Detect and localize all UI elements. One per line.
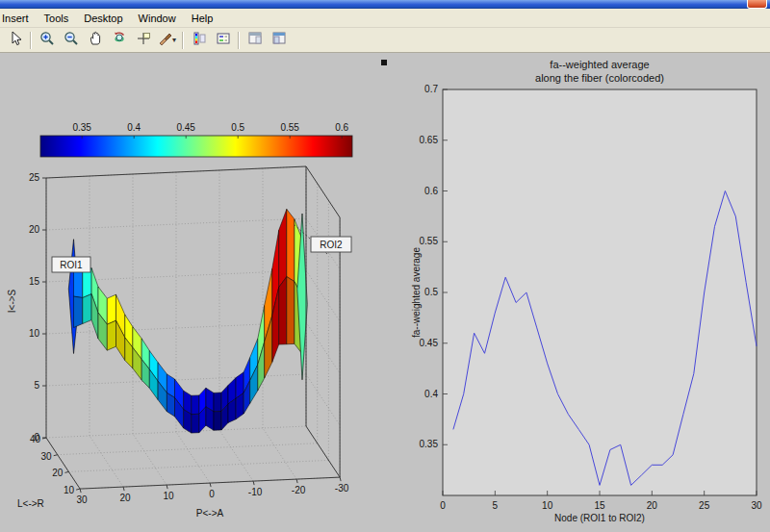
- y-tick-label: 0.7: [424, 84, 438, 94]
- chart-title-line1: fa--weighted average: [550, 59, 649, 70]
- brush-data-button[interactable]: ▾: [155, 29, 179, 51]
- axis-edge: [253, 481, 254, 485]
- x-tick-label: 10: [164, 491, 175, 501]
- y-tick-label: 20: [52, 468, 64, 478]
- axis-label-pa: P<->A: [196, 508, 224, 519]
- surface-facet: [279, 277, 287, 345]
- x-tick-label: 25: [699, 500, 710, 511]
- surface-facet: [214, 412, 221, 431]
- z-tick-label: 15: [29, 276, 40, 287]
- axis-label-is: I<->S: [7, 289, 17, 313]
- y-tick-label: 0.45: [420, 338, 439, 348]
- z-tick-label: 5: [34, 380, 39, 391]
- window-titlebar[interactable]: [0, 0, 770, 9]
- y-tick-label: 0.55: [420, 236, 439, 246]
- colorbar[interactable]: [40, 136, 352, 157]
- grid-line: [90, 436, 123, 487]
- insert-legend-button[interactable]: [211, 29, 235, 51]
- grid-line: [306, 322, 340, 373]
- x-tick-label: 30: [77, 494, 89, 505]
- y-tick-label: 0.65: [420, 135, 439, 145]
- axes-2d[interactable]: 0510152025300.350.40.450.50.550.60.650.7…: [411, 59, 762, 523]
- grid-line: [133, 434, 167, 485]
- menu-tools[interactable]: Tools: [37, 11, 77, 26]
- x-tick-label: 0: [209, 489, 215, 499]
- roi1-label: ROI1: [60, 260, 83, 270]
- rotate-3d-icon: [112, 31, 127, 50]
- grid-line: [263, 428, 296, 479]
- axis-label-lr: L<->R: [17, 498, 44, 509]
- y-tick-label: 0.5: [424, 287, 438, 297]
- rotate-3d-button[interactable]: [107, 29, 131, 51]
- plot-background[interactable]: [443, 89, 757, 495]
- x-tick-label: -20: [292, 485, 306, 495]
- axis-edge: [80, 489, 81, 493]
- z-tick-label: 25: [29, 172, 40, 183]
- axis-edge: [76, 489, 80, 490]
- pan-button[interactable]: [83, 29, 107, 51]
- colorbar-tick-label: 0.35: [72, 122, 91, 133]
- surface-facet: [107, 294, 116, 324]
- zoom-out-button[interactable]: [59, 29, 83, 51]
- surface-facet: [287, 209, 295, 281]
- zoom-in-button[interactable]: [35, 29, 59, 51]
- surface-facet: [192, 414, 199, 433]
- colorbar-tick-label: 0.55: [280, 122, 299, 133]
- surface-facet: [83, 294, 91, 324]
- zoom-in-icon: [39, 31, 55, 50]
- hand-icon: [88, 31, 103, 50]
- grid-line: [306, 270, 340, 321]
- colorbar-tick-label: 0.6: [335, 122, 348, 133]
- close-button[interactable]: [747, 0, 767, 9]
- axis-edge: [46, 438, 80, 489]
- surface-facet: [107, 320, 116, 350]
- x-tick-label: 20: [120, 493, 132, 503]
- colorbar-tick-label: 0.5: [231, 122, 244, 133]
- figure-canvas[interactable]: 0510152025403020103020100-10-20-30P<->AL…: [0, 53, 770, 532]
- menu-window[interactable]: Window: [131, 11, 184, 26]
- data-cursor-button[interactable]: [131, 29, 155, 51]
- grid-line: [68, 460, 328, 471]
- figure-toolbar: ▾: [0, 28, 770, 53]
- grid-line: [219, 430, 253, 481]
- menu-bar: InsertToolsDesktopWindowHelp: [0, 9, 770, 28]
- toolbar-separator: [238, 32, 240, 49]
- insert-colorbar-button[interactable]: [187, 29, 211, 51]
- menu-insert[interactable]: Insert: [0, 11, 37, 26]
- y-tick-label: 0.4: [424, 389, 438, 399]
- surface-facet: [214, 393, 221, 412]
- legend-icon: [216, 31, 231, 50]
- axis-edge: [306, 166, 340, 217]
- edit-plot-button[interactable]: [3, 29, 27, 51]
- menu-desktop[interactable]: Desktop: [76, 11, 130, 26]
- colorbar-tick-label: 0.4: [127, 122, 141, 133]
- axis-edge: [306, 426, 340, 477]
- axis-edge: [210, 483, 211, 487]
- dropdown-arrow-icon[interactable]: ▾: [172, 36, 176, 44]
- y-tick-label: 30: [41, 451, 53, 462]
- x-tick-label: 0: [440, 500, 446, 511]
- screen-artifact-dot: [381, 60, 387, 65]
- grid-line: [306, 374, 340, 425]
- x-tick-label: 5: [493, 500, 499, 511]
- data-cursor-icon: [136, 31, 151, 50]
- arrow-pointer-icon: [8, 31, 23, 50]
- show-plot-tools-button[interactable]: [267, 29, 291, 51]
- axes-3d[interactable]: 0510152025403020103020100-10-20-30P<->AL…: [7, 122, 352, 519]
- x-tick-label: -10: [248, 487, 263, 497]
- toolbar-separator: [182, 32, 184, 49]
- axis-edge: [340, 477, 341, 481]
- x-tick-label: 10: [542, 500, 553, 511]
- z-tick-label: 20: [29, 224, 40, 235]
- hide-plot-tools-button[interactable]: [243, 29, 267, 51]
- colorbar-icon: [192, 31, 207, 50]
- colorbar-tick-label: 0.45: [176, 122, 195, 133]
- toolbar-separator: [30, 32, 32, 49]
- brush-icon: [158, 31, 173, 50]
- plots-svg[interactable]: 0510152025403020103020100-10-20-30P<->AL…: [0, 53, 770, 532]
- surface-facet: [287, 277, 295, 344]
- zoom-out-icon: [64, 31, 79, 50]
- plot-tools-on-icon: [271, 31, 287, 50]
- z-tick-label: 10: [29, 328, 40, 339]
- menu-help[interactable]: Help: [184, 11, 221, 26]
